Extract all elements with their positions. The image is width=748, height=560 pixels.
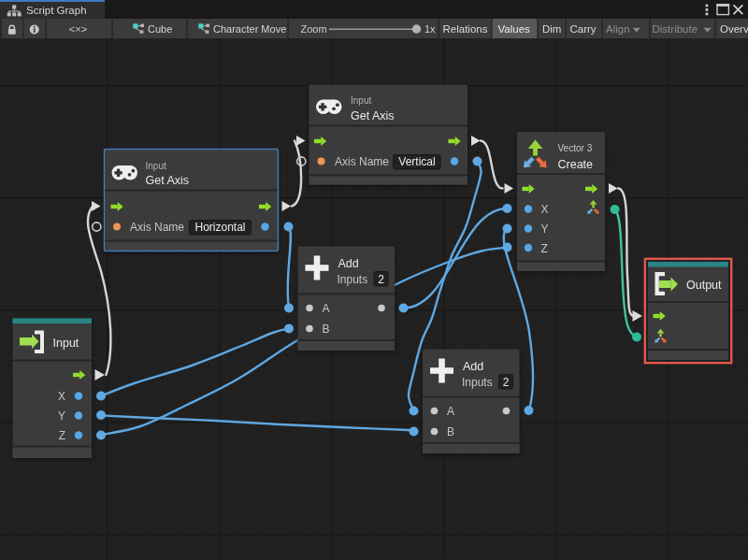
svg-text:Output: Output — [686, 279, 722, 292]
svg-text:Create: Create — [558, 158, 594, 171]
svg-text:Z: Z — [59, 429, 65, 442]
svg-text:X: X — [541, 203, 549, 216]
svg-text:Cube: Cube — [148, 23, 172, 35]
svg-text:Inputs: Inputs — [338, 273, 368, 286]
svg-text:Dim: Dim — [542, 23, 561, 35]
svg-text:Z: Z — [541, 242, 548, 255]
svg-text:Values: Values — [498, 23, 531, 35]
svg-text:Input: Input — [351, 95, 371, 106]
svg-text:Get Axis: Get Axis — [146, 174, 190, 187]
svg-text:Carry: Carry — [570, 23, 597, 35]
svg-text:A: A — [323, 302, 330, 315]
svg-text:Character Move: Character Move — [213, 23, 286, 35]
svg-text:Y: Y — [58, 409, 65, 423]
svg-text:Script Graph: Script Graph — [26, 5, 87, 16]
svg-text:X: X — [58, 390, 65, 403]
svg-text:Input: Input — [53, 337, 79, 350]
svg-text:Get Axis: Get Axis — [351, 109, 395, 122]
svg-text:Axis Name: Axis Name — [335, 155, 389, 168]
svg-text:Add: Add — [338, 257, 359, 270]
svg-text:Y: Y — [541, 223, 549, 236]
svg-text:2: 2 — [503, 376, 510, 389]
svg-text:Add: Add — [463, 360, 483, 373]
svg-text:B: B — [447, 425, 454, 438]
svg-text:Vector 3: Vector 3 — [558, 143, 593, 153]
svg-text:Vertical: Vertical — [398, 155, 435, 168]
svg-text:A: A — [447, 405, 454, 418]
svg-text:Inputs: Inputs — [462, 376, 493, 389]
svg-text:Align: Align — [606, 23, 630, 35]
svg-text:Distribute: Distribute — [653, 23, 698, 35]
svg-text:1x: 1x — [424, 23, 436, 35]
svg-text:Relations: Relations — [443, 23, 488, 35]
svg-text:<×>: <×> — [69, 23, 87, 35]
svg-text:Axis Name: Axis Name — [130, 221, 184, 234]
svg-text:Input: Input — [146, 161, 166, 171]
svg-text:Zoom: Zoom — [301, 23, 327, 35]
svg-text:2: 2 — [378, 273, 384, 286]
svg-text:B: B — [323, 323, 330, 336]
svg-text:Overvie: Overvie — [720, 23, 748, 35]
svg-text:Horizontal: Horizontal — [194, 221, 245, 234]
